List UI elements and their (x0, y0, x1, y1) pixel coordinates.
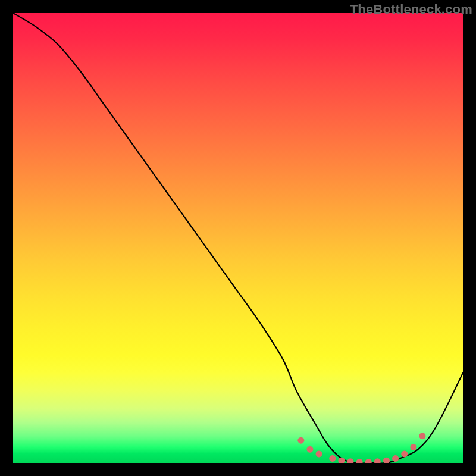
highlight-dot (410, 444, 416, 450)
highlight-dots-group (298, 433, 425, 463)
highlight-dot (419, 433, 425, 439)
bottleneck-curve-line (13, 13, 463, 463)
highlight-dot (365, 459, 372, 463)
highlight-dot (374, 458, 381, 463)
highlight-dot (356, 459, 363, 463)
highlight-dot (401, 450, 408, 457)
highlight-dot (306, 446, 313, 453)
highlight-dot (347, 458, 354, 463)
chart-container: TheBottleneck.com (0, 0, 476, 476)
highlight-dot (383, 458, 390, 463)
highlight-dot (338, 458, 345, 463)
plot-area (13, 13, 463, 463)
highlight-dot (392, 455, 399, 462)
watermark-text: TheBottleneck.com (350, 2, 472, 17)
curve-svg (13, 13, 463, 463)
highlight-dot (329, 455, 336, 462)
highlight-dot (298, 437, 304, 444)
highlight-dot (316, 450, 322, 457)
